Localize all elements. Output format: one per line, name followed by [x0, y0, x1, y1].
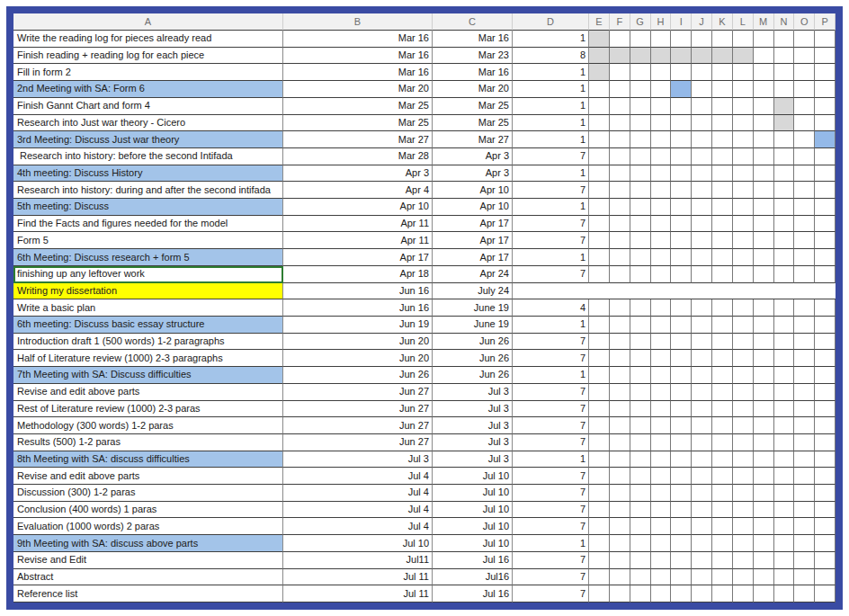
gantt-cell[interactable]: [794, 115, 815, 132]
gantt-cell[interactable]: [754, 485, 774, 502]
gantt-cell[interactable]: [733, 165, 754, 183]
gantt-cell[interactable]: [671, 384, 692, 401]
gantt-cell[interactable]: [733, 131, 754, 148]
gantt-cell[interactable]: [671, 299, 692, 317]
gantt-cell[interactable]: [651, 518, 672, 535]
gantt-cell[interactable]: [671, 31, 692, 48]
gantt-cell[interactable]: [815, 266, 836, 283]
task-name-cell[interactable]: finishing up any leftover work: [13, 266, 283, 283]
gantt-cell[interactable]: [754, 334, 774, 351]
task-name-cell[interactable]: Find the Facts and figures needed for th…: [13, 216, 283, 233]
start-date-cell[interactable]: Apr 17: [283, 249, 433, 266]
column-header-b[interactable]: B: [283, 13, 433, 31]
gantt-cell[interactable]: [589, 81, 610, 98]
gantt-bar-cell[interactable]: [651, 48, 672, 65]
gantt-cell[interactable]: [754, 249, 774, 266]
gantt-cell[interactable]: [774, 216, 795, 233]
gantt-cell[interactable]: [630, 98, 651, 115]
gantt-cell[interactable]: [794, 48, 815, 65]
gantt-cell[interactable]: [671, 266, 692, 283]
gantt-cell[interactable]: [712, 502, 733, 519]
gantt-cell[interactable]: [733, 249, 754, 266]
start-date-cell[interactable]: Jul 4: [283, 485, 433, 502]
gantt-cell[interactable]: [815, 485, 836, 502]
gantt-cell[interactable]: [630, 451, 651, 469]
end-date-cell[interactable]: Jul 3: [433, 434, 513, 451]
gantt-cell[interactable]: [774, 468, 795, 485]
task-name-cell[interactable]: Fill in form 2: [13, 64, 283, 81]
gantt-cell[interactable]: [815, 569, 836, 586]
gantt-cell[interactable]: [589, 451, 610, 469]
task-name-cell[interactable]: Results (500) 1-2 paras: [13, 434, 283, 451]
gantt-cell[interactable]: [692, 182, 712, 199]
gantt-cell[interactable]: [712, 401, 733, 418]
gantt-cell[interactable]: [610, 468, 630, 485]
end-date-cell[interactable]: Mar 16: [433, 64, 513, 81]
gantt-cell[interactable]: [630, 384, 651, 401]
gantt-cell[interactable]: [733, 502, 754, 519]
column-header-e[interactable]: E: [589, 13, 610, 31]
task-name-cell[interactable]: Discussion (300) 1-2 paras: [13, 485, 283, 502]
gantt-cell[interactable]: [610, 115, 630, 132]
gantt-cell[interactable]: [671, 165, 692, 183]
gantt-cell[interactable]: [671, 350, 692, 367]
task-name-cell[interactable]: 4th meeting: Discuss History: [13, 165, 283, 183]
gantt-cell[interactable]: [712, 367, 733, 384]
gantt-cell[interactable]: [754, 48, 774, 65]
end-date-cell[interactable]: Jul 16: [433, 552, 513, 569]
gantt-cell[interactable]: [630, 468, 651, 485]
gantt-cell[interactable]: [815, 552, 836, 569]
gantt-cell[interactable]: [692, 451, 712, 469]
gantt-cell[interactable]: [712, 266, 733, 283]
duration-cell[interactable]: 8: [513, 48, 589, 65]
gantt-cell[interactable]: [630, 367, 651, 384]
duration-cell[interactable]: 1: [513, 199, 589, 216]
end-date-cell[interactable]: Jul 3: [433, 401, 513, 418]
gantt-cell[interactable]: [733, 98, 754, 115]
gantt-cell[interactable]: [774, 535, 795, 552]
gantt-cell[interactable]: [630, 401, 651, 418]
gantt-cell[interactable]: [589, 401, 610, 418]
gantt-cell[interactable]: [630, 535, 651, 552]
gantt-cell[interactable]: [774, 401, 795, 418]
task-name-cell[interactable]: Writing my dissertation: [13, 283, 283, 300]
gantt-cell[interactable]: [774, 81, 795, 98]
gantt-cell[interactable]: [815, 468, 836, 485]
duration-cell[interactable]: 7: [513, 350, 589, 367]
gantt-cell[interactable]: [692, 249, 712, 266]
gantt-cell[interactable]: [610, 98, 630, 115]
gantt-cell[interactable]: [794, 434, 815, 451]
gantt-cell[interactable]: [651, 182, 672, 199]
gantt-cell[interactable]: [712, 182, 733, 199]
gantt-bar-cell[interactable]: [815, 131, 836, 148]
end-date-cell[interactable]: Jul 10: [433, 485, 513, 502]
gantt-cell[interactable]: [651, 299, 672, 317]
gantt-cell[interactable]: [794, 216, 815, 233]
start-date-cell[interactable]: Apr 4: [283, 182, 433, 199]
gantt-cell[interactable]: [815, 401, 836, 418]
gantt-cell[interactable]: [794, 334, 815, 351]
gantt-cell[interactable]: [774, 266, 795, 283]
gantt-cell[interactable]: [754, 165, 774, 183]
gantt-cell[interactable]: [589, 384, 610, 401]
task-name-cell[interactable]: 7th Meeting with SA: Discuss difficultie…: [13, 367, 283, 384]
gantt-cell[interactable]: [610, 502, 630, 519]
gantt-cell[interactable]: [754, 367, 774, 384]
duration-cell[interactable]: 1: [513, 165, 589, 183]
gantt-cell[interactable]: [712, 216, 733, 233]
duration-cell[interactable]: 1: [513, 115, 589, 132]
task-name-cell[interactable]: Research into history: during and after …: [13, 182, 283, 199]
end-date-cell[interactable]: Jul 10: [433, 535, 513, 552]
gantt-cell[interactable]: [630, 115, 651, 132]
task-name-cell[interactable]: Abstract: [13, 569, 283, 586]
gantt-cell[interactable]: [671, 334, 692, 351]
gantt-cell[interactable]: [794, 64, 815, 81]
duration-cell[interactable]: 7: [513, 401, 589, 418]
gantt-cell[interactable]: [794, 317, 815, 334]
gantt-cell[interactable]: [794, 451, 815, 469]
task-name-cell[interactable]: Rest of Literature review (1000) 2-3 par…: [13, 401, 283, 418]
gantt-cell[interactable]: [589, 417, 610, 434]
gantt-cell[interactable]: [610, 434, 630, 451]
end-date-cell[interactable]: Mar 25: [433, 98, 513, 115]
end-date-cell[interactable]: Apr 10: [433, 182, 513, 199]
